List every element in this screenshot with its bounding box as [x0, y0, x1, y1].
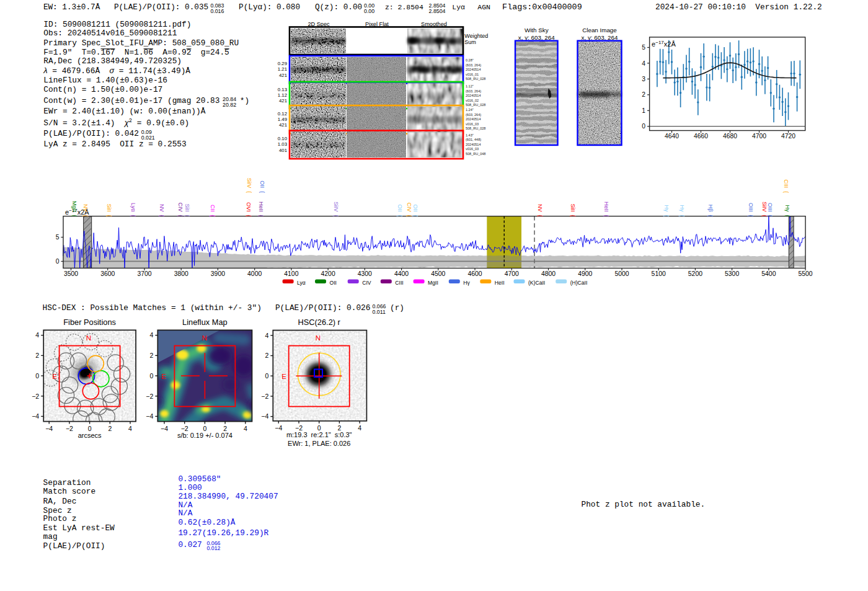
svg-text:OII {: OII {	[397, 204, 403, 216]
svg-text:Primary Spec_Slot_IFU_AMP: 508: Primary Spec_Slot_IFU_AMP: 508_059_080_R…	[43, 38, 239, 48]
svg-text:0.00: 0.00	[364, 8, 374, 14]
svg-text:4: 4	[128, 425, 132, 432]
svg-text:1.03: 1.03	[278, 141, 287, 147]
svg-text:Clean Image: Clean Image	[582, 27, 617, 33]
svg-text:x, y: 603, 264: x, y: 603, 264	[582, 34, 618, 41]
svg-text:5300: 5300	[725, 270, 739, 277]
svg-text:S/N = 3.2(±1.4) χ2 = 0.9(±0.0: S/N = 3.2(±1.4) χ2 = 0.9(±0.0)	[43, 118, 189, 128]
svg-text:HeII {: HeII {	[258, 202, 264, 217]
svg-text:1.43": 1.43"	[466, 133, 474, 137]
svg-text:EWr: 1, PLAE: 0.026: EWr: 1, PLAE: 0.026	[288, 440, 350, 447]
svg-text:HeII {: HeII {	[603, 202, 609, 217]
svg-text:HSC-DEX : Possible Matches = 1: HSC-DEX : Possible Matches = 1 (within +…	[43, 303, 262, 313]
svg-text:OII {: OII {	[412, 204, 418, 216]
svg-text:SiII {: SiII {	[184, 203, 190, 216]
svg-text:4700: 4700	[505, 270, 519, 277]
svg-text:0.309568": 0.309568"	[178, 474, 221, 484]
svg-text:Lyα: Lyα	[452, 3, 465, 11]
svg-text:Photo z: Photo z	[43, 514, 77, 523]
svg-text:1.24": 1.24"	[466, 108, 474, 112]
svg-text:OII: OII	[330, 280, 337, 286]
svg-text:421: 421	[279, 73, 287, 78]
svg-text:0: 0	[56, 258, 60, 265]
svg-text:N: N	[202, 334, 207, 342]
svg-text:s/b: 0.19 +/- 0.074: s/b: 0.19 +/- 0.074	[177, 432, 232, 439]
svg-text:v016_02: v016_02	[466, 99, 479, 102]
svg-text:508_RU_028: 508_RU_028	[466, 127, 485, 130]
svg-text:4640: 4640	[665, 133, 679, 140]
svg-text:4720: 4720	[781, 133, 795, 140]
svg-text:0.12: 0.12	[278, 111, 287, 117]
svg-text:(r): (r)	[390, 303, 404, 313]
svg-text:Hγ {: Hγ {	[784, 205, 790, 216]
svg-text:5100: 5100	[652, 270, 666, 277]
svg-text:Hγ: Hγ	[463, 280, 470, 286]
svg-text:Lyα {: Lyα {	[130, 203, 136, 216]
svg-text:−4: −4	[146, 412, 153, 420]
svg-text:NV {: NV {	[537, 204, 543, 217]
svg-text:Weighted: Weighted	[464, 33, 488, 39]
svg-text:HSC(26.2) r: HSC(26.2) r	[298, 318, 341, 327]
svg-text:OII {: OII {	[259, 180, 265, 193]
svg-text:3700: 3700	[137, 270, 151, 277]
svg-text:508_RU_028: 508_RU_028	[466, 103, 485, 107]
svg-text:4500: 4500	[431, 270, 445, 277]
svg-text:4600: 4600	[467, 270, 482, 277]
svg-text:−2: −2	[66, 425, 73, 432]
svg-text:(603, 264): (603, 264)	[466, 89, 481, 93]
svg-text:P(LAE)/P(OII): P(LAE)/P(OII)	[43, 541, 105, 551]
svg-text:421: 421	[279, 98, 287, 104]
svg-text:LineFlux = 1.40(±0.63)e-16: LineFlux = 1.40(±0.63)e-16	[43, 76, 167, 85]
svg-text:0: 0	[642, 123, 645, 130]
svg-text:421: 421	[279, 122, 287, 128]
svg-text:CII {: CII {	[210, 205, 216, 217]
svg-text:HeII: HeII	[495, 280, 505, 286]
svg-text:v016_03: v016_03	[466, 122, 479, 126]
svg-text:OVI {: OVI {	[246, 202, 252, 217]
svg-text:(603, 264): (603, 264)	[466, 63, 481, 67]
svg-text:0.011: 0.011	[373, 309, 386, 315]
svg-text:0.10: 0.10	[278, 136, 288, 141]
svg-text:−4: −4	[261, 412, 268, 420]
svg-text:0: 0	[265, 372, 268, 380]
svg-text:EW: 1.3±0.7Å: EW: 1.3±0.7Å	[43, 2, 100, 12]
svg-text:3: 3	[642, 76, 645, 82]
svg-text:3900: 3900	[211, 270, 225, 277]
svg-text:4200: 4200	[321, 270, 335, 277]
svg-text:4: 4	[358, 424, 361, 432]
svg-text:4660: 4660	[694, 133, 708, 140]
svg-text:5200: 5200	[688, 270, 702, 277]
svg-text:EWr = 2.40(±1.10) (w: 0.00(±na: EWr = 2.40(±1.10) (w: 0.00(±nan))Å	[43, 107, 205, 116]
svg-text:(601, 448): (601, 448)	[466, 138, 481, 141]
svg-text:5400: 5400	[761, 270, 776, 277]
svg-text:2: 2	[265, 352, 268, 359]
svg-text:20240514: 20240514	[466, 117, 480, 121]
svg-text:508_RU_028: 508_RU_028	[466, 77, 485, 81]
svg-text:4: 4	[35, 331, 39, 339]
svg-text:Cont(n) = 1.50(±0.00)e-17: Cont(n) = 1.50(±0.00)e-17	[43, 85, 162, 94]
svg-text:1.000: 1.000	[178, 483, 202, 492]
svg-text:P(LAE)/P(OII): 0.042: P(LAE)/P(OII): 0.042	[43, 129, 139, 138]
svg-text:v016_03: v016_03	[466, 147, 479, 151]
svg-text:AGN: AGN	[477, 3, 490, 11]
svg-text:mag: mag	[43, 532, 58, 541]
svg-text:x, y: 603, 264: x, y: 603, 264	[518, 34, 555, 41]
svg-text:P(LAE)/P(OII): 0.035: P(LAE)/P(OII): 0.035	[114, 2, 208, 12]
svg-text:4: 4	[642, 60, 645, 67]
svg-text:4000: 4000	[247, 270, 262, 277]
svg-text:4700: 4700	[752, 133, 766, 140]
svg-text:Lineflux Map: Lineflux Map	[182, 318, 228, 327]
svg-text:CIV {: CIV {	[177, 202, 184, 216]
svg-text:Hγ {: Hγ {	[663, 205, 670, 216]
svg-text:1: 1	[642, 107, 645, 114]
svg-text:−2: −2	[261, 393, 268, 400]
svg-text:401: 401	[279, 148, 287, 153]
svg-text:F=1.9" T=0.167 N=1.06 A=0.9: F=1.9" T=0.167 N=1.06 A=0.92 g=24.5	[43, 48, 229, 57]
svg-text:−4: −4	[45, 425, 53, 432]
svg-text:1.49: 1.49	[278, 117, 287, 122]
svg-text:Match score: Match score	[43, 487, 95, 496]
svg-text:MgII: MgII	[428, 280, 438, 286]
svg-text:SiII {: SiII {	[106, 203, 112, 216]
svg-text:2: 2	[149, 352, 153, 359]
svg-text:0.016: 0.016	[210, 8, 224, 14]
